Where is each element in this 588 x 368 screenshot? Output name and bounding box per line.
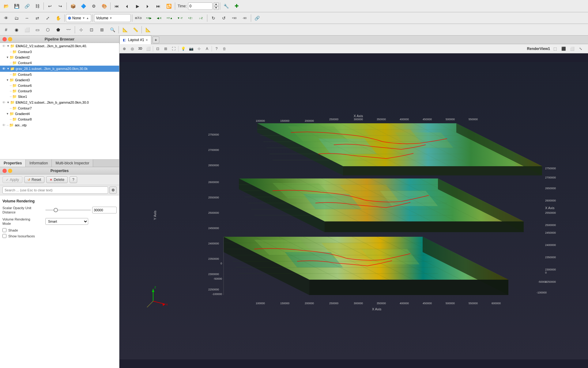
camera-link-button[interactable]: 🔗 xyxy=(252,13,262,23)
layout-tab-1[interactable]: ◧ Layout #1 ✕ xyxy=(119,36,151,44)
tree-item-13[interactable]: ▼ 📁 Gradient4 xyxy=(0,111,119,117)
show-isosurfaces-checkbox[interactable] xyxy=(2,234,6,238)
select-cell-button[interactable]: ⊡ xyxy=(87,25,96,34)
tree-item-5[interactable]: 👁 ▼ 📁 grav_28.1.subset...2km_b_gamma20.0… xyxy=(0,66,119,72)
measure-button[interactable]: 📐 xyxy=(143,25,153,34)
hand-button[interactable]: ✋ xyxy=(53,13,63,23)
disconnect-button[interactable]: ⛓ xyxy=(32,2,42,11)
connect-button[interactable]: 🔗 xyxy=(22,2,32,11)
volume-rendering-mode-select[interactable]: Smart GPU OSPRay xyxy=(45,218,88,225)
shade-checkbox[interactable] xyxy=(2,228,6,232)
vt-info[interactable]: 🗑 xyxy=(221,45,228,52)
options-button[interactable]: 🔧 xyxy=(221,2,231,11)
vt-help[interactable]: ? xyxy=(213,45,220,52)
tree-item-6[interactable]: ─ 📁 Contour5 xyxy=(0,72,119,77)
add-button[interactable]: ✚ xyxy=(232,2,242,11)
cylinder-button[interactable]: ⬡ xyxy=(43,25,53,34)
reset-view-neg90-button[interactable]: -90 xyxy=(240,13,250,23)
time-up-button[interactable]: ▲ xyxy=(214,2,219,6)
tree-item-4[interactable]: ─ 📁 Contour4 xyxy=(0,60,119,66)
tree-item-1[interactable]: 👁 ▼ 📁 EMAG2_V2.subset...2km_b_gamma20.0k… xyxy=(0,43,119,49)
props-close-button[interactable] xyxy=(2,169,7,173)
tree-item-8[interactable]: ─ 📁 Contour6 xyxy=(0,83,119,88)
ruler-button[interactable]: 📏 xyxy=(130,25,140,34)
vt-3d[interactable]: 3D xyxy=(137,45,144,52)
cube-button[interactable]: ⬜ xyxy=(22,25,32,34)
save-button[interactable]: 💾 xyxy=(12,2,21,11)
vt-reset-camera[interactable]: ⊕ xyxy=(121,45,128,52)
help-button[interactable]: ? xyxy=(70,176,77,183)
apply-button[interactable]: ✓ Apply xyxy=(2,176,22,183)
layout-tab-close[interactable]: ✕ xyxy=(145,38,148,42)
polygon-button[interactable]: ⬟ xyxy=(53,25,63,34)
rotate-ccw-button[interactable]: ↺ xyxy=(219,13,229,23)
grid-button[interactable]: # xyxy=(1,25,11,34)
representation-dropdown[interactable]: None ▼ ▲ xyxy=(66,14,91,22)
reset-view-90-button[interactable]: +90 xyxy=(229,13,239,23)
tree-item-9[interactable]: ─ 📁 Contour9 xyxy=(0,88,119,94)
tab-properties[interactable]: Properties xyxy=(0,159,26,167)
stream-button[interactable]: 〰 xyxy=(64,25,74,34)
filter-button[interactable]: 🔷 xyxy=(78,2,88,11)
annotate-button[interactable]: 📐 xyxy=(120,25,130,34)
time-down-button[interactable]: ▼ xyxy=(214,6,219,10)
tree-item-12[interactable]: ─ 📁 Contour7 xyxy=(0,105,119,111)
vt-split-h[interactable]: ⬚ xyxy=(551,45,559,52)
xneg-button[interactable]: ◀-X xyxy=(154,13,164,23)
tab-information[interactable]: Information xyxy=(26,159,52,167)
vt-crop[interactable]: ⊡ xyxy=(154,45,161,52)
reset-button[interactable]: ↺ Reset xyxy=(24,176,44,183)
vt-fullscreen[interactable]: ⛶ xyxy=(170,45,177,52)
play-begin-button[interactable]: ⏮ xyxy=(112,2,122,11)
play-end-button[interactable]: ⏭ xyxy=(153,2,163,11)
tree-item-7[interactable]: ▼ 📁 Gradient3 xyxy=(0,77,119,83)
pipeline-close-button[interactable] xyxy=(2,37,7,41)
open-folder-button[interactable]: 📂 xyxy=(1,2,11,11)
search-input[interactable] xyxy=(2,186,108,194)
flip-button[interactable]: ⇄ xyxy=(32,13,42,23)
tree-item-11[interactable]: 👁 ▼ 📁 EMAG2_V2.subset...2km_b_gamma20.0k… xyxy=(0,99,119,105)
vt-crop2[interactable]: ⊞ xyxy=(162,45,169,52)
select-point-button[interactable]: ⊹ xyxy=(76,25,86,34)
vt-axes[interactable]: ⊹ xyxy=(195,45,203,52)
delete-button[interactable]: ✕ Delete xyxy=(46,176,68,183)
tree-item-3[interactable]: ▼ 📁 Gradient2 xyxy=(0,55,119,60)
opacity-slider-thumb[interactable] xyxy=(54,208,58,212)
vt-split-v[interactable]: ⬛ xyxy=(560,45,567,52)
tree-item-10[interactable]: ─ 📁 Slice1 xyxy=(0,94,119,99)
select-block-button[interactable]: ⊞ xyxy=(97,25,107,34)
play-forward-button[interactable]: ⏵ xyxy=(143,2,153,11)
pipeline-minimize-button[interactable] xyxy=(8,37,12,41)
vt-maximize[interactable]: ⬜ xyxy=(568,45,576,52)
move-button[interactable]: ⤢ xyxy=(43,13,53,23)
redo-button[interactable]: ↪ xyxy=(55,2,65,11)
transform-button[interactable]: ↔ xyxy=(22,13,32,23)
props-minimize-button[interactable] xyxy=(8,169,12,173)
plane-button[interactable]: ▭ xyxy=(32,25,42,34)
undo-button[interactable]: ↩ xyxy=(45,2,55,11)
time-input[interactable] xyxy=(188,2,213,10)
tree-item-14[interactable]: ─ 📁 Contour8 xyxy=(0,117,119,122)
tree-item-2[interactable]: ─ 📁 Contour3 xyxy=(0,49,119,55)
vt-frame[interactable]: ⬜ xyxy=(145,45,152,52)
loop-button[interactable]: 🔁 xyxy=(164,2,174,11)
rotate-cw-button[interactable]: ↻ xyxy=(209,13,218,23)
source-button[interactable]: 📦 xyxy=(68,2,78,11)
add-layout-button[interactable]: + xyxy=(153,36,159,43)
vt-light[interactable]: 💡 xyxy=(179,45,187,52)
play-back-button[interactable]: ⏴ xyxy=(122,2,132,11)
xpos-button[interactable]: +X▶ xyxy=(144,13,154,23)
render-viewport[interactable]: Y Axis 2250000 2300000 2350000 2400000 2… xyxy=(119,53,588,368)
yneg-button[interactable]: ▼-Y xyxy=(175,13,185,23)
sphere-button[interactable]: ◉ xyxy=(12,25,21,34)
zpos-button[interactable]: +Z↑ xyxy=(186,13,195,23)
colortf-button[interactable]: 🎨 xyxy=(99,2,109,11)
search-settings-button[interactable]: ⚙ xyxy=(109,186,117,194)
reset-camera-button[interactable]: ⊕X⊖ xyxy=(134,13,143,23)
ypos-button[interactable]: +Y▲ xyxy=(165,13,175,23)
zoom-button[interactable]: 🔍 xyxy=(107,25,117,34)
vt-camera[interactable]: 📷 xyxy=(187,45,195,52)
zneg-button[interactable]: ↓-Z xyxy=(196,13,206,23)
play-button[interactable]: ▶ xyxy=(133,2,142,11)
tab-multiblock[interactable]: Multi-block Inspector xyxy=(52,159,93,167)
